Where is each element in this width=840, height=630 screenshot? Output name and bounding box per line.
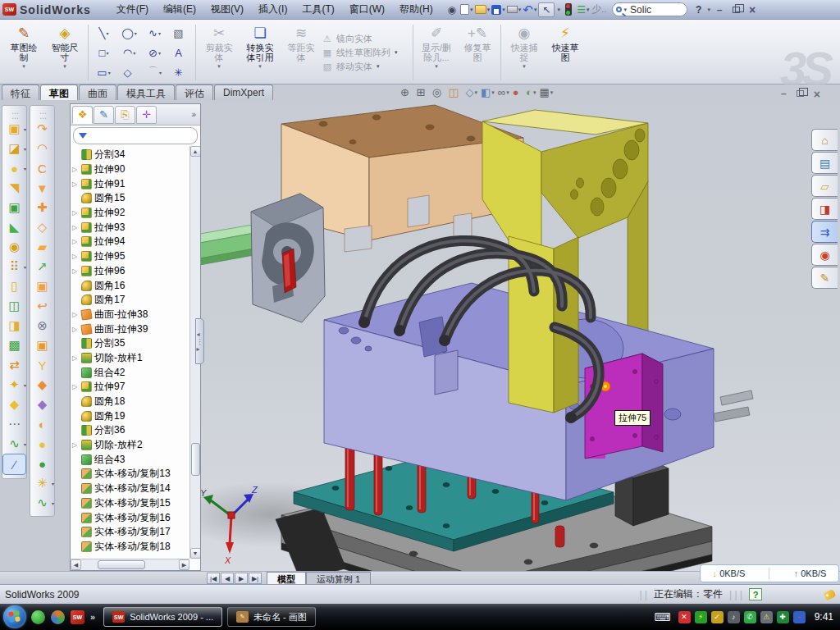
solidworks-quicklaunch-icon[interactable]: SW (71, 610, 84, 624)
help-button[interactable]: ? (692, 2, 705, 17)
toolbar-button[interactable]: ● ▾ (30, 434, 54, 454)
manager-tab[interactable]: ❖ (72, 106, 93, 124)
view-tool-button[interactable]: ⊕ ▾ (400, 86, 413, 98)
toolbar-button[interactable]: ◠ ▾ (30, 139, 54, 158)
doc-minimize-button[interactable]: – (781, 88, 787, 101)
tray-icon[interactable]: ✆ (744, 611, 756, 623)
start-button[interactable] (3, 605, 26, 628)
search-input[interactable]: ▾ Solic (612, 2, 687, 16)
toolbar-button[interactable]: ◉ ▾ (2, 237, 26, 257)
toolbar-button[interactable]: C ▾ (30, 158, 54, 178)
toolbar-button[interactable]: ∕ ▾ (2, 454, 26, 475)
toolbar-button[interactable]: ↷ ▾ (30, 119, 54, 139)
quicklaunch-overflow-chevron[interactable]: » (90, 612, 95, 622)
feature-tree-item[interactable]: ▷ 实体-移动/复制13 (72, 467, 189, 482)
command-tab[interactable]: 特征 (2, 84, 39, 100)
save-button[interactable]: ▾ (491, 2, 505, 17)
3d-model-view[interactable]: Y Z X (200, 84, 840, 571)
toolbar-button[interactable]: ∿ ▾ (30, 493, 54, 513)
toolbar-button[interactable]: ⊗ ▾ (30, 316, 54, 336)
view-tool-button[interactable]: ◐ ▾ (526, 86, 536, 98)
tree-filter-input[interactable] (73, 127, 198, 144)
taskbar-clock[interactable]: 9:41 (815, 611, 833, 623)
new-document-button[interactable]: ▾ (460, 2, 473, 17)
smart-dimension-button[interactable]: ◈ 智能尺 寸▾ (44, 22, 85, 83)
feature-tree-item[interactable]: ▷ 圆角18 (72, 395, 189, 409)
taskbar-window-button[interactable]: ✎ 未命名 - 画图 (227, 607, 316, 627)
expand-arrow-icon[interactable]: ▷ (72, 267, 79, 275)
expand-arrow-icon[interactable]: ▷ (72, 166, 79, 173)
manager-tab[interactable]: ✎ (94, 106, 114, 124)
feature-tree-item[interactable]: ▷ 组合42 (72, 365, 189, 380)
view-tool-button[interactable]: ⊞ ▾ (416, 86, 428, 98)
select-dropdown[interactable]: ▾ (557, 7, 560, 13)
menu-item[interactable]: 文件(F) (109, 1, 156, 18)
manager-tabs-overflow[interactable]: » (191, 110, 199, 119)
toolbar-button[interactable]: ▣ ▾ (30, 336, 54, 355)
feature-tree-item[interactable]: ▷ 拉伸95 (72, 249, 189, 264)
sketch-entity-button[interactable]: ✳ ▾ (167, 62, 193, 82)
toolbar-button[interactable]: ✚ ▾ (30, 198, 54, 217)
feature-tree-item[interactable]: ▷ 曲面-拉伸38 (72, 308, 189, 322)
toolbar-button[interactable]: ⠿ ▾ (2, 257, 26, 276)
tab-nav-button[interactable]: ◀ (221, 573, 234, 584)
tab-nav-button[interactable]: |◀ (207, 573, 220, 584)
feature-tree-item[interactable]: ▷ 曲面-拉伸39 (72, 322, 189, 336)
scroll-right-button[interactable]: ▶ (179, 559, 189, 570)
feature-tree-item[interactable]: ▷ 拉伸94 (72, 235, 189, 249)
task-pane-tab[interactable]: ✎ (811, 267, 838, 289)
sketch-entity-button[interactable]: ▭ ▾ (91, 62, 116, 82)
toolbar-button[interactable]: ⇄ ▾ (2, 355, 26, 375)
tab-nav-button[interactable]: ▶| (249, 573, 262, 584)
print-button[interactable]: ▾ (507, 2, 522, 17)
expand-arrow-icon[interactable]: ▷ (72, 253, 79, 260)
feature-tree-item[interactable]: ▷ 拉伸91 (72, 176, 189, 191)
restore-button[interactable] (728, 4, 743, 16)
toolbar-button[interactable]: ◥ ▾ (2, 178, 26, 198)
pin-icon[interactable]: ◉ (445, 2, 459, 17)
toolbar-button[interactable]: ◇ ▾ (30, 217, 54, 237)
feature-tree-item[interactable]: ▷ 分割34 (72, 148, 189, 162)
toolbar-button[interactable]: Y ▾ (30, 355, 54, 375)
toolbar-button[interactable]: ✦ ▾ (2, 375, 26, 395)
manager-tab[interactable]: ✛ (136, 106, 157, 124)
feature-tree-item[interactable]: ▷ 实体-移动/复制15 (72, 496, 189, 511)
feature-tree-item[interactable]: ▷ 分割36 (72, 423, 189, 438)
expand-arrow-icon[interactable]: ▷ (72, 383, 79, 390)
sketch-entity-button[interactable]: A ▾ (167, 43, 193, 62)
expand-arrow-icon[interactable]: ▷ (72, 326, 79, 333)
doc-restore-button[interactable] (797, 88, 804, 101)
feature-tree-item[interactable]: ▷ 组合43 (72, 452, 189, 467)
toolbar-button[interactable]: ◆ ▾ (2, 395, 26, 414)
tray-icon[interactable]: − (793, 611, 806, 623)
feature-tree-item[interactable]: ▷ 拉伸93 (72, 220, 189, 235)
undo-button[interactable]: ↶▾ (523, 2, 536, 17)
toolbar-button[interactable]: ▰ ▾ (30, 237, 54, 257)
feature-tree-item[interactable]: ▷ 分割35 (72, 336, 189, 351)
toolbar-button[interactable]: ↗ ▾ (30, 257, 54, 276)
part-core-block[interactable] (200, 194, 325, 322)
toolbar-button[interactable]: ✳ ▾ (30, 473, 54, 493)
sketch-entity-button[interactable]: □ ▾ (91, 43, 116, 62)
search-scope-dropdown[interactable]: ▾ (624, 7, 628, 13)
feature-tree-item[interactable]: ▷ 圆角17 (72, 293, 189, 308)
sketch-entity-button[interactable]: ◇ ▾ (116, 62, 142, 82)
panel-splitter-handle[interactable]: ◂⋮▸ (195, 318, 204, 364)
toolbar-button[interactable]: ◆ ▾ (30, 395, 54, 414)
network-speed-widget[interactable]: ↓ 0KB/S ↑ 0KB/S (700, 564, 839, 582)
toolbar-button[interactable]: ▣ ▾ (2, 198, 26, 217)
command-tab[interactable]: 评估 (176, 84, 213, 100)
expand-arrow-icon[interactable]: ▷ (72, 224, 79, 231)
tab-nav-button[interactable]: ▶ (235, 573, 248, 584)
expand-arrow-icon[interactable]: ▷ (72, 311, 79, 318)
rebuild-icon[interactable] (562, 2, 575, 17)
menu-item[interactable]: 帮助(H) (392, 1, 441, 18)
feature-tree-item[interactable]: ▷ 圆角19 (72, 409, 189, 423)
feature-tree-item[interactable]: ▷ 拉伸97 (72, 380, 189, 395)
tray-icon[interactable]: ✚ (777, 611, 789, 623)
toolbar-button[interactable]: ▣ ▾ (30, 276, 54, 296)
expand-arrow-icon[interactable]: ▷ (72, 441, 79, 449)
task-pane-tab[interactable]: ▱ (811, 175, 838, 197)
scroll-up-button[interactable]: ▲ (190, 146, 201, 157)
expand-arrow-icon[interactable]: ▷ (72, 209, 79, 217)
